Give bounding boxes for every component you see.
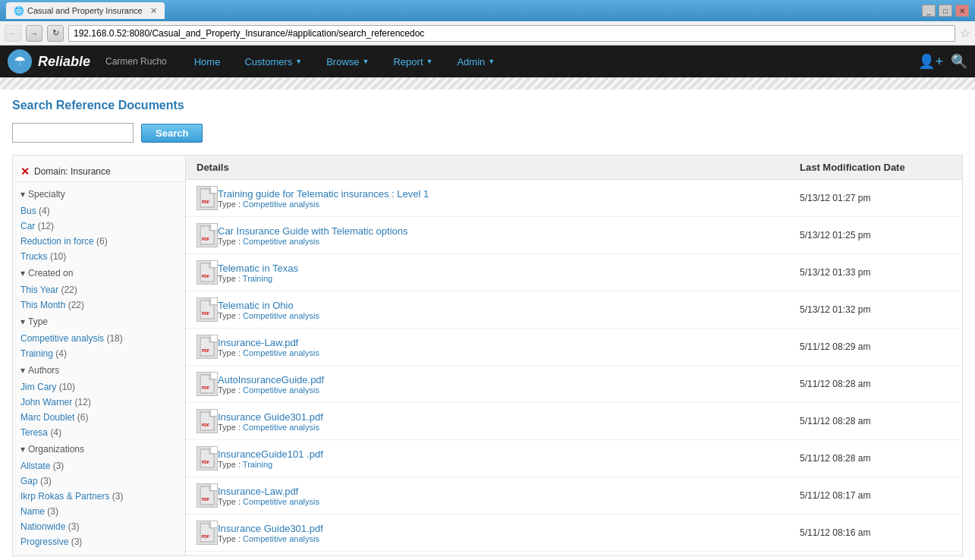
filter-progressive-link[interactable]: Progressive (3) (20, 536, 82, 547)
result-info: InsuranceGuide101 .pdf Type : Training (218, 448, 800, 469)
result-title[interactable]: InsuranceGuide101 .pdf (218, 448, 323, 460)
result-type-link[interactable]: Competitive analysis (243, 385, 319, 395)
filter-car-link[interactable]: Car (12) (20, 221, 54, 231)
browser-tab[interactable]: 🌐 Casual and Property Insurance ✕ (6, 2, 165, 19)
search-button[interactable]: Search (141, 124, 203, 143)
forward-button[interactable]: → (26, 25, 42, 42)
filter-johnwarner-link[interactable]: John Warner (12) (20, 397, 91, 407)
result-type-link[interactable]: Competitive analysis (243, 237, 319, 246)
result-type-link[interactable]: Competitive analysis (243, 311, 319, 320)
refresh-button[interactable]: ↻ (47, 25, 64, 42)
nav-report[interactable]: Report ▼ (381, 46, 445, 77)
results-header: Details Last Modification Date (186, 156, 962, 180)
pdf-icon: PDF (197, 521, 218, 545)
filter-nationwide-link[interactable]: Nationwide (3) (20, 521, 79, 532)
filter-nationwide[interactable]: Nationwide (3) (13, 519, 185, 534)
result-type-link[interactable]: Competitive analysis (243, 200, 319, 209)
nav-browse[interactable]: Browse ▼ (314, 46, 381, 77)
filter-johnwarner[interactable]: John Warner (12) (13, 395, 185, 410)
result-title[interactable]: Telematic in Ohio (218, 300, 294, 311)
search-icon[interactable]: 🔍 (951, 53, 967, 70)
result-info: Insurance-Law.pdf Type : Competitive ana… (218, 337, 800, 357)
add-user-icon[interactable]: 👤+ (918, 53, 943, 70)
result-type-link[interactable]: Training (243, 460, 272, 469)
filter-reduction[interactable]: Reduction in force (6) (13, 234, 185, 249)
section-organizations[interactable]: ▾ Organizations (13, 440, 185, 458)
filter-ikrp[interactable]: Ikrp Rokas & Partners (3) (13, 489, 185, 504)
search-input[interactable] (12, 123, 134, 143)
result-title[interactable]: Insurance Guide301.pdf (218, 411, 323, 423)
result-type-link[interactable]: Training (243, 274, 272, 283)
bookmark-icon[interactable]: ☆ (960, 26, 970, 40)
filter-thisyear-link[interactable]: This Year (22) (20, 285, 77, 295)
back-button[interactable]: ← (5, 25, 21, 42)
filter-thisyear[interactable]: This Year (22) (13, 282, 185, 297)
specialty-label: Specialty (28, 189, 65, 200)
result-row: PDF Insurance Guide301.pdf Type : Compet… (186, 514, 962, 552)
result-title[interactable]: Insurance Guide301.pdf (218, 523, 323, 534)
filter-name-link[interactable]: Name (3) (20, 506, 58, 517)
filter-reduction-link[interactable]: Reduction in force (6) (20, 236, 108, 247)
filter-ikrp-link[interactable]: Ikrp Rokas & Partners (3) (20, 491, 123, 502)
result-type-link[interactable]: Competitive analysis (243, 534, 319, 543)
result-type: Type : Competitive analysis (218, 348, 800, 357)
minimize-button[interactable]: _ (922, 5, 936, 17)
filter-competitive-link[interactable]: Competitive analysis (18) (20, 333, 123, 344)
result-info: Training guide for Telematic insurances … (218, 188, 800, 209)
active-filter: ✕ Domain: Insurance (13, 162, 185, 182)
nav-admin[interactable]: Admin ▼ (445, 46, 507, 77)
close-button[interactable]: ✕ (955, 5, 969, 17)
nav-customers[interactable]: Customers ▼ (232, 46, 314, 77)
svg-text:PDF: PDF (202, 497, 209, 502)
filter-allstate-link[interactable]: Allstate (3) (20, 461, 64, 471)
filter-teresa[interactable]: Teresa (4) (13, 425, 185, 440)
filter-progressive[interactable]: Progressive (3) (13, 534, 185, 549)
tab-close-icon[interactable]: ✕ (150, 6, 157, 16)
section-authors[interactable]: ▾ Authors (13, 361, 185, 379)
filter-marcdoublet[interactable]: Marc Doublet (6) (13, 410, 185, 425)
filter-allstate[interactable]: Allstate (3) (13, 458, 185, 473)
result-title[interactable]: Car Insurance Guide with Telematic optio… (218, 225, 408, 237)
filter-name[interactable]: Name (3) (13, 504, 185, 519)
maximize-button[interactable]: □ (939, 5, 952, 17)
filter-competitive[interactable]: Competitive analysis (18) (13, 331, 185, 346)
filter-thismonth-link[interactable]: This Month (22) (20, 300, 84, 310)
pdf-icon: PDF (197, 372, 218, 396)
col-details-header: Details (197, 162, 800, 173)
filter-bus-link[interactable]: Bus (4) (20, 206, 50, 216)
svg-text:PDF: PDF (202, 348, 209, 353)
filter-jimcary[interactable]: Jim Cary (10) (13, 379, 185, 395)
filter-training-link[interactable]: Training (4) (20, 348, 67, 359)
result-row: PDF Insurance-Law.pdf Type : Competitive… (186, 477, 962, 514)
result-type-link[interactable]: Competitive analysis (243, 423, 319, 432)
result-title[interactable]: Insurance-Law.pdf (218, 486, 298, 497)
section-createdon[interactable]: ▾ Created on (13, 264, 185, 282)
result-title[interactable]: Insurance-Law.pdf (218, 337, 298, 348)
pdf-icon: PDF (197, 483, 218, 508)
section-specialty[interactable]: ▾ Specialty (13, 185, 185, 203)
result-type: Type : Competitive analysis (218, 237, 800, 246)
filter-training[interactable]: Training (4) (13, 346, 185, 361)
result-title[interactable]: Telematic in Texas (218, 263, 298, 274)
nav-home[interactable]: Home (182, 46, 233, 77)
filter-trucks-link[interactable]: Trucks (10) (20, 251, 66, 262)
filter-marcdoublet-link[interactable]: Marc Doublet (6) (20, 412, 88, 423)
result-type-link[interactable]: Competitive analysis (243, 497, 319, 506)
filter-car[interactable]: Car (12) (13, 219, 185, 234)
remove-filter-button[interactable]: ✕ (20, 165, 30, 178)
section-type[interactable]: ▾ Type (13, 313, 185, 331)
result-type-link[interactable]: Competitive analysis (243, 348, 319, 357)
filter-jimcary-link[interactable]: Jim Cary (10) (20, 382, 75, 392)
filter-trucks[interactable]: Trucks (10) (13, 249, 185, 264)
filter-thismonth[interactable]: This Month (22) (13, 297, 185, 313)
address-input[interactable] (68, 25, 955, 42)
filter-teresa-link[interactable]: Teresa (4) (20, 427, 61, 438)
result-date: 5/11/12 08:16 am (800, 527, 951, 538)
result-row: PDF Insurance-Law.pdf Type : Competitive… (186, 329, 962, 366)
filter-gap-link[interactable]: Gap (3) (20, 476, 52, 486)
result-title[interactable]: Training guide for Telematic insurances … (218, 188, 429, 200)
result-type: Type : Competitive analysis (218, 200, 800, 209)
result-title[interactable]: AutoInsuranceGuide.pdf (218, 374, 324, 385)
filter-gap[interactable]: Gap (3) (13, 473, 185, 489)
filter-bus[interactable]: Bus (4) (13, 203, 185, 219)
